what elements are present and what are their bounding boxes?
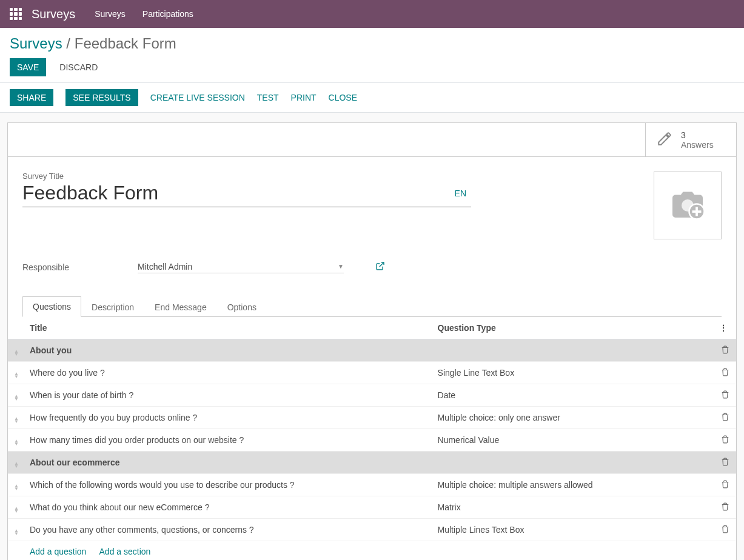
action-bar: SHARE SEE RESULTS CREATE LIVE SESSION TE… [0,82,744,113]
drag-handle-icon[interactable]: ▲▼ [14,372,19,378]
discard-button[interactable]: DISCARD [52,58,105,76]
row-title[interactable]: When is your date of birth ? [25,384,433,407]
survey-title-label: Survey Title [22,172,471,181]
delete-row-button[interactable] [714,452,736,474]
drag-handle-icon[interactable]: ▲▼ [14,417,19,423]
col-header-type[interactable]: Question Type [433,317,714,339]
row-title[interactable]: About you [25,339,714,362]
row-title[interactable]: Do you have any other comments, question… [25,519,433,541]
tab-description[interactable]: Description [81,296,144,317]
tab-questions[interactable]: Questions [22,296,81,317]
save-button[interactable]: SAVE [10,58,46,76]
row-type[interactable]: Matrix [433,496,714,519]
drag-handle[interactable]: ▲▼ [8,519,25,541]
delete-row-button[interactable] [714,496,736,519]
responsible-field[interactable]: ▼ [138,262,344,273]
drag-handle-icon[interactable]: ▲▼ [14,529,19,535]
pencil-square-icon [657,131,672,149]
add-section-link[interactable]: Add a section [99,547,151,556]
breadcrumb-current: Feedback Form [75,35,176,52]
image-upload[interactable] [654,172,722,239]
delete-row-button[interactable] [714,474,736,496]
nav-link-participations[interactable]: Participations [142,9,193,19]
row-type[interactable]: Date [433,384,714,407]
row-type[interactable]: Multiple choice: only one answer [433,407,714,429]
breadcrumb: Surveys / Feedback Form [10,35,734,52]
table-row[interactable]: ▲▼Which of the following words would you… [8,474,736,496]
language-button[interactable]: EN [450,185,471,202]
nav-link-surveys[interactable]: Surveys [95,9,126,19]
row-title[interactable]: What do you think about our new eCommerc… [25,496,433,519]
apps-icon[interactable] [10,8,22,20]
tab-end-message[interactable]: End Message [144,296,217,317]
row-type[interactable]: Numerical Value [433,429,714,452]
row-title[interactable]: About our ecommerce [25,452,714,474]
test-button[interactable]: TEST [257,93,279,102]
table-row[interactable]: ▲▼What do you think about our new eComme… [8,496,736,519]
col-header-title[interactable]: Title [25,317,433,339]
delete-row-button[interactable] [714,339,736,362]
responsible-label: Responsible [22,262,113,272]
row-title[interactable]: Which of the following words would you u… [25,474,433,496]
drag-handle-icon[interactable]: ▲▼ [14,507,19,513]
table-row[interactable]: ▲▼Where do you live ?Single Line Text Bo… [8,362,736,384]
row-type[interactable]: Multiple choice: multiple answers allowe… [433,474,714,496]
drag-handle[interactable]: ▲▼ [8,362,25,384]
drag-handle[interactable]: ▲▼ [8,474,25,496]
survey-title-input[interactable] [22,182,450,204]
tabs: Questions Description End Message Option… [22,296,722,317]
breadcrumb-root[interactable]: Surveys [10,35,62,52]
table-row[interactable]: ▲▼How frequently do you buy products onl… [8,407,736,429]
delete-row-button[interactable] [714,429,736,452]
breadcrumb-bar: Surveys / Feedback Form SAVE DISCARD [0,28,744,82]
row-title[interactable]: Where do you live ? [25,362,433,384]
drag-handle-icon[interactable]: ▲▼ [14,439,19,445]
table-row[interactable]: ▲▼About our ecommerce [8,452,736,474]
delete-row-button[interactable] [714,519,736,541]
breadcrumb-sep: / [62,35,75,52]
row-type[interactable]: Single Line Text Box [433,362,714,384]
drag-handle[interactable]: ▲▼ [8,429,25,452]
answers-label: Answers [681,140,714,150]
drag-handle-icon[interactable]: ▲▼ [14,462,19,468]
delete-row-button[interactable] [714,384,736,407]
delete-row-button[interactable] [714,407,736,429]
drag-handle[interactable]: ▲▼ [8,452,25,474]
drag-handle[interactable]: ▲▼ [8,407,25,429]
tab-options[interactable]: Options [217,296,267,317]
row-title[interactable]: How many times did you order products on… [25,429,433,452]
columns-menu-icon[interactable]: ⋮ [714,317,736,339]
questions-table: Title Question Type ⋮ ▲▼About you▲▼Where… [8,317,736,560]
drag-handle[interactable]: ▲▼ [8,339,25,362]
topnav: Surveys Surveys Participations [0,0,744,28]
row-type[interactable]: Multiple Lines Text Box [433,519,714,541]
answers-stat-button[interactable]: 3 Answers [645,123,736,157]
table-row[interactable]: ▲▼How many times did you order products … [8,429,736,452]
drag-handle[interactable]: ▲▼ [8,496,25,519]
see-results-button[interactable]: SEE RESULTS [65,89,138,106]
table-row[interactable]: ▲▼About you [8,339,736,362]
row-title[interactable]: How frequently do you buy products onlin… [25,407,433,429]
answers-count: 3 [681,130,714,140]
drag-handle[interactable]: ▲▼ [8,384,25,407]
delete-row-button[interactable] [714,362,736,384]
add-question-link[interactable]: Add a question [30,547,86,556]
drag-handle-icon[interactable]: ▲▼ [14,395,19,401]
drag-handle-icon[interactable]: ▲▼ [14,350,19,356]
share-button[interactable]: SHARE [10,89,53,106]
responsible-input[interactable] [138,262,338,272]
chevron-down-icon[interactable]: ▼ [338,263,344,270]
app-title[interactable]: Surveys [32,7,75,21]
create-live-button[interactable]: CREATE LIVE SESSION [150,93,245,102]
close-button[interactable]: CLOSE [329,93,357,102]
print-button[interactable]: PRINT [291,93,317,102]
table-row[interactable]: ▲▼When is your date of birth ?Date [8,384,736,407]
drag-handle-icon[interactable]: ▲▼ [14,484,19,490]
form-sheet: 3 Answers Survey Title EN Res [7,122,737,560]
external-link-icon[interactable] [375,261,385,273]
table-row[interactable]: ▲▼Do you have any other comments, questi… [8,519,736,541]
